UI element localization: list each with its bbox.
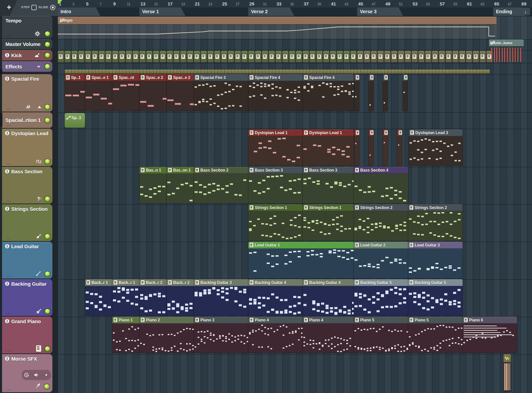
record-icon[interactable] xyxy=(24,372,29,378)
track-options-dots[interactable]: ... xyxy=(6,160,11,165)
clip-header[interactable]: Backing Guitar 5 xyxy=(408,279,463,286)
clip-header[interactable]: Spac..e 2 xyxy=(167,74,194,81)
step-toggle[interactable] xyxy=(31,5,37,10)
kick-pattern-clip[interactable] xyxy=(214,51,220,62)
audio-clip-header[interactable] xyxy=(503,354,511,362)
timeline-marker-ending[interactable]: Ending xyxy=(493,7,526,16)
kick-pattern-clip[interactable] xyxy=(194,51,200,62)
clip-bass-section-2[interactable]: Bass Section 2 xyxy=(194,167,248,203)
clip-header[interactable]: Backing Guitar 4 xyxy=(248,279,303,286)
clip-pattern[interactable] xyxy=(369,129,373,166)
kick-pattern-clip[interactable] xyxy=(391,51,397,62)
track-led[interactable] xyxy=(45,309,50,314)
clip-dystopian-lead-1[interactable]: Dystopian Lead 1 xyxy=(303,129,354,166)
clip-header[interactable]: Spac..e 2 xyxy=(139,74,167,81)
clip-spac-e-2[interactable]: Spac..e 2 xyxy=(139,74,167,111)
track-led[interactable] xyxy=(45,105,50,110)
track-header-master-volume[interactable]: Master Volume xyxy=(2,39,52,49)
bar-number-row[interactable]: 1591317212529333741454953576165693711151… xyxy=(58,0,532,7)
triangle-up-icon[interactable] xyxy=(37,104,42,110)
track-enable-icon[interactable] xyxy=(5,53,10,58)
clip-piano-2[interactable]: Piano 2 xyxy=(139,317,194,353)
clip-piano-4[interactable]: Piano 4 xyxy=(303,317,354,353)
clip-header[interactable]: Sp..1 xyxy=(65,74,85,81)
clip-header[interactable]: Bass Section 3 xyxy=(248,167,303,174)
track-enable-icon[interactable] xyxy=(5,131,10,136)
kick-pattern-clip[interactable] xyxy=(173,51,180,62)
kick-pattern-clip[interactable] xyxy=(153,51,159,62)
track-header-kick[interactable]: Kick xyxy=(2,50,52,61)
clip-spacial-fire-3[interactable]: Spacial Fire 3 xyxy=(194,74,248,111)
kick-pattern-clip[interactable] xyxy=(99,51,105,62)
clip-header[interactable]: Strings Section 1 xyxy=(248,204,303,211)
clip-bass-section-4[interactable]: Bass Section 4 xyxy=(354,167,408,203)
clip-piano-4[interactable]: Piano 4 xyxy=(248,317,303,353)
kick-pattern-clip[interactable] xyxy=(459,51,465,62)
clip-dystopian-lead-1[interactable]: Dystopian Lead 1 xyxy=(248,129,303,166)
track-led[interactable] xyxy=(45,31,50,36)
track-enable-icon[interactable] xyxy=(5,319,10,324)
clip-header[interactable]: Bass Section 3 xyxy=(303,167,354,174)
clip-header[interactable]: Backing Guitar 5 xyxy=(354,279,408,286)
track-led[interactable] xyxy=(45,64,50,69)
slide-toggle[interactable] xyxy=(50,5,55,10)
clip-pattern[interactable] xyxy=(354,129,359,166)
kick-pattern-clip[interactable] xyxy=(187,51,193,62)
clip-spac-e-2[interactable]: Spac..e 2 xyxy=(167,74,194,111)
track-led[interactable] xyxy=(45,271,50,277)
tempo-automation-clip[interactable]: Tempo xyxy=(58,17,497,24)
clip-header[interactable]: Back..r 2 xyxy=(167,279,194,286)
kick-audio-waveform[interactable] xyxy=(491,48,522,62)
clip-backing-guitar-3[interactable]: Backing Guitar 3 xyxy=(194,279,248,316)
track-led[interactable] xyxy=(45,53,50,58)
kick-pattern-clip[interactable] xyxy=(221,51,227,62)
kick-pattern-clip[interactable] xyxy=(350,51,356,62)
clip-backing-guitar-5[interactable]: Backing Guitar 5 xyxy=(408,279,463,316)
clip-pattern[interactable] xyxy=(369,74,373,111)
clip-header[interactable]: Back..r 1 xyxy=(85,279,112,286)
kick-pattern-clip[interactable] xyxy=(425,51,431,62)
clip-spac-e-1[interactable]: Spac..e 1 xyxy=(85,74,112,111)
clip-header[interactable]: Dystopian Lead 1 xyxy=(248,129,303,136)
clip-dystopian-lead-3[interactable]: Dystopian Lead 3 xyxy=(409,129,463,166)
kick-pattern-clip[interactable] xyxy=(71,51,78,62)
morse-sfx-audio-clip[interactable] xyxy=(503,354,511,392)
kick-pattern-clip[interactable] xyxy=(207,51,214,62)
track-led[interactable] xyxy=(45,118,50,123)
track-options-dots[interactable]: ... xyxy=(6,122,11,127)
effects-pattern-strip[interactable] xyxy=(65,69,490,74)
kick-pattern-clip[interactable] xyxy=(167,51,173,62)
clip-header[interactable]: Spacial Fire 4 xyxy=(303,74,354,81)
clip-header[interactable]: Lead Guitar 2 xyxy=(354,242,408,249)
kick-pattern-clip[interactable] xyxy=(405,51,411,62)
kick-pattern-clip[interactable] xyxy=(92,51,98,62)
clip-bas-n-1[interactable]: Bas..n 1 xyxy=(139,167,167,203)
clip-spac-nt[interactable]: Spac..nt xyxy=(112,74,139,111)
clip-sp-1[interactable]: Sp..1 xyxy=(65,74,85,111)
clip-header[interactable]: Piano 6 xyxy=(463,317,517,324)
clip-header[interactable]: Backing Guitar 3 xyxy=(194,279,248,286)
clip-strings-section-1[interactable]: Strings Section 1 xyxy=(303,204,354,241)
timeline-marker-verse-1[interactable]: Verse 1 xyxy=(139,7,185,16)
kick-pattern-clip[interactable] xyxy=(323,51,329,62)
clip-backing-guitar-4[interactable]: Backing Guitar 4 xyxy=(248,279,303,316)
master-volume-automation-clip[interactable]: Maste..lume xyxy=(489,40,524,46)
clip-header[interactable]: Bas..on 1 xyxy=(167,167,194,174)
kick-pattern-clip[interactable] xyxy=(262,51,268,62)
track-enable-icon[interactable] xyxy=(5,244,10,249)
clip-header[interactable]: Strings Section 2 xyxy=(408,204,463,211)
track-header-spacial-rtion-1[interactable]: Spacial..rtion 1... xyxy=(2,112,52,128)
kick-pattern-clip[interactable] xyxy=(276,51,282,62)
clip-header[interactable]: Back..r 1 xyxy=(112,279,139,286)
clip-strings-section-1[interactable]: Strings Section 1 xyxy=(248,204,303,241)
clip-header[interactable]: Backing Guitar 4 xyxy=(303,279,354,286)
clip-strings-section-2[interactable]: Strings Section 2 xyxy=(408,204,463,241)
kick-pattern-clip[interactable] xyxy=(146,51,152,62)
gear-icon[interactable] xyxy=(35,31,40,36)
kick-pattern-clip[interactable] xyxy=(78,51,84,62)
clip-header[interactable]: Strings Section 1 xyxy=(303,204,354,211)
clip-backing-guitar-4[interactable]: Backing Guitar 4 xyxy=(303,279,354,316)
kick-pattern-clip[interactable] xyxy=(432,51,438,62)
track-enable-icon[interactable] xyxy=(5,76,10,81)
clip-header[interactable] xyxy=(354,129,359,136)
